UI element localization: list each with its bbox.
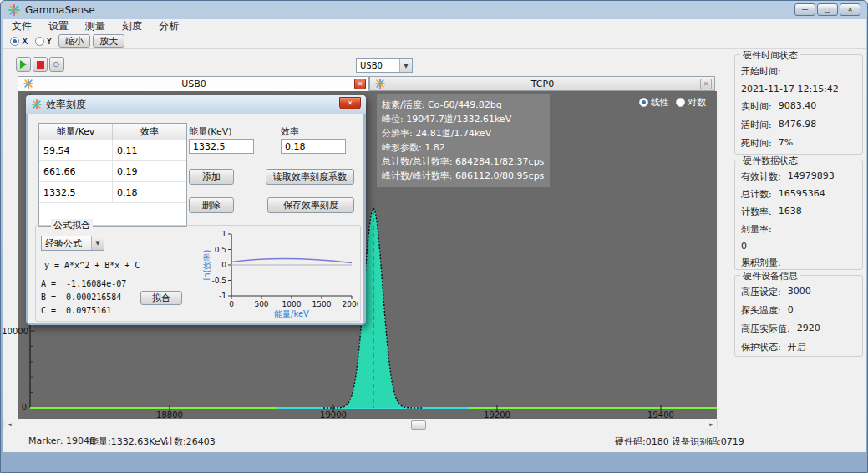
cell-energy: 1332.5 (39, 182, 113, 202)
axis-x-radio[interactable] (10, 37, 19, 46)
read-coefficients-button[interactable]: 读取效率刻度系数 (266, 169, 354, 185)
tab-usb0-icon (23, 79, 33, 89)
fit-x-tick: 0 (229, 300, 234, 308)
valid-counts-value: 14979893 (788, 170, 835, 183)
scrollbar-thumb[interactable] (411, 420, 426, 430)
refresh-button[interactable]: ⟳ (49, 57, 64, 72)
device-select-value: USB0 (360, 61, 383, 70)
linear-scale-radio[interactable] (639, 98, 648, 107)
status-marker: Marker: 19048 (28, 435, 95, 446)
table-row[interactable]: 1332.5 0.18 (39, 182, 186, 203)
tab-tcp0-label: TCP0 (385, 79, 700, 89)
formula-select[interactable]: 经验公式 ▼ (41, 236, 104, 251)
live-time-label: 活时间: (741, 119, 772, 131)
total-counts-value: 16595364 (779, 188, 825, 201)
formula-text: y = A*x^2 + B*x + C (44, 261, 140, 270)
chevron-down-icon: ▼ (91, 237, 104, 250)
formula-select-value: 经验公式 (45, 237, 82, 250)
fit-y-tick: 0 (221, 261, 226, 269)
info-total-counts: 总计数/总计数率: 684284.1/82.37cps (382, 155, 545, 169)
fit-y-tick: -1 (219, 292, 226, 300)
cell-efficiency: 0.18 (113, 182, 186, 202)
fit-group-title: 公式拟合 (51, 219, 93, 231)
fit-x-tick: 500 (254, 300, 268, 308)
app-window: GammaSense — ▢ ✕ 文件 设置 测量 刻度 分析 X Y 缩小 放… (0, 0, 868, 473)
coefficient-c: C = 0.0975161 (41, 306, 111, 315)
tab-tcp0-close-icon[interactable]: ✕ (700, 79, 712, 89)
energy-field-label: 能量(KeV) (189, 125, 232, 138)
calibration-table[interactable]: 能量/Kev 效率 59.54 0.11 661.66 0.19 1332.5 … (38, 123, 187, 227)
zoom-out-button[interactable]: 缩小 (58, 34, 90, 48)
dialog-close-button[interactable]: ✕ (339, 97, 361, 109)
fit-y-tick: 0.5 (215, 246, 226, 254)
info-resolution: 分辨率: 24.81道/1.74keV (382, 126, 545, 140)
minimize-button[interactable]: — (794, 3, 815, 16)
play-button[interactable] (16, 57, 31, 72)
zoom-in-button[interactable]: 放大 (93, 34, 124, 48)
data-status-group: 硬件数据状态 有效计数:14979893 总计数:16595364 计数率:16… (734, 160, 863, 270)
fit-x-tick: 1500 (312, 300, 332, 308)
total-counts-label: 总计数: (741, 188, 772, 201)
cell-energy: 59.54 (39, 140, 113, 160)
info-peak-counts: 峰计数/峰计数率: 686112.0/80.95cps (382, 169, 545, 183)
menu-settings[interactable]: 设置 (40, 19, 77, 33)
dialog-title: 效率刻度 (46, 98, 86, 112)
maximize-button[interactable]: ▢ (817, 3, 838, 16)
formula-fit-group: 公式拟合 经验公式 ▼ y = A*x^2 + B*x + C A = -1.1… (35, 225, 361, 322)
dialog-icon (32, 99, 42, 109)
linear-scale-label: 线性 (651, 96, 669, 109)
time-status-title: 硬件时间状态 (740, 49, 800, 62)
y-tick-10000: 10000 (2, 327, 28, 336)
status-counts: 计数:26403 (165, 435, 216, 448)
energy-input[interactable] (189, 139, 254, 154)
tab-tcp0[interactable]: TCP0 ✕ (369, 76, 715, 91)
efficiency-input[interactable] (281, 139, 346, 154)
data-status-title: 硬件数据状态 (740, 155, 800, 167)
device-info-title: 硬件设备信息 (740, 270, 800, 282)
app-icon (8, 4, 20, 16)
fit-button[interactable]: 拟合 (140, 291, 182, 305)
efficiency-field-label: 效率 (281, 125, 299, 138)
add-button[interactable]: 添加 (189, 169, 234, 185)
close-button[interactable]: ✕ (840, 3, 860, 16)
chart-hscrollbar[interactable]: ◄ ► (3, 420, 718, 430)
fit-ylabel: ln(效率) (202, 249, 211, 280)
start-time-value: 2021-11-17 12:15:42 (741, 84, 839, 94)
dialog-title-bar[interactable]: 效率刻度 ✕ (26, 95, 366, 114)
menu-analysis[interactable]: 分析 (150, 19, 187, 33)
x-tick-19400: 19400 (647, 410, 674, 420)
dose-rate-value: 0 (741, 241, 747, 252)
fit-y-tick: -0.5 (211, 277, 226, 285)
tab-usb0[interactable]: USB0 ✕ (18, 76, 369, 91)
fit-y-tick: 1 (221, 230, 226, 238)
tab-usb0-close-icon[interactable]: ✕ (354, 79, 366, 89)
coefficient-a: A = -1.16084e-07 (41, 279, 126, 288)
menu-file[interactable]: 文件 (3, 19, 40, 33)
scale-selector: 线性 对数 (639, 96, 713, 109)
delete-button[interactable]: 删除 (189, 197, 234, 213)
dead-time-label: 死时间: (741, 137, 772, 150)
info-peak-shape: 峰形参数: 1.82 (382, 140, 545, 155)
save-calibration-button[interactable]: 保存效率刻度 (267, 197, 354, 213)
device-select[interactable]: USB0 ▼ (356, 58, 413, 73)
menu-calibration[interactable]: 刻度 (114, 19, 150, 33)
fit-x-tick: 1000 (282, 300, 302, 308)
play-icon (19, 60, 28, 69)
log-scale-radio[interactable] (676, 98, 685, 107)
scroll-left-icon[interactable]: ◄ (5, 421, 13, 429)
device-info-group: 硬件设备信息 高压设定:3000 探头温度:0 高压实际值:2920 保护状态:… (734, 275, 863, 357)
cell-efficiency: 0.11 (113, 140, 186, 160)
probe-temp-label: 探头温度: (741, 304, 781, 317)
hv-actual-label: 高压实际值: (741, 323, 790, 335)
axis-y-radio[interactable] (35, 37, 44, 46)
status-device-id: 设备识别码:0719 (672, 435, 744, 448)
table-row[interactable]: 661.66 0.19 (39, 161, 186, 182)
scroll-right-icon[interactable]: ► (708, 421, 716, 429)
stop-button[interactable] (33, 57, 48, 72)
real-time-value: 9083.40 (779, 100, 817, 113)
menu-measure[interactable]: 测量 (77, 19, 114, 33)
table-row[interactable]: 59.54 0.11 (39, 140, 186, 161)
fit-x-tick: 2000 (343, 300, 358, 308)
fit-xlabel: 能量/keV (274, 309, 309, 318)
stop-icon (37, 61, 44, 69)
